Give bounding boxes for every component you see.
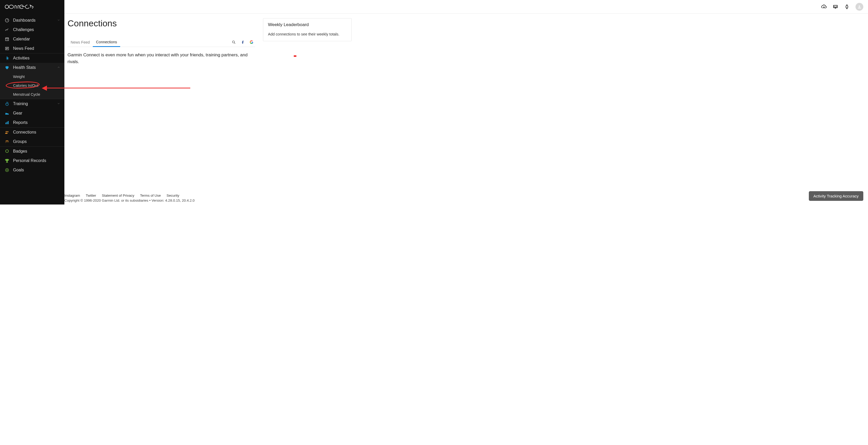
sidebar-label: Calories In/Out <box>13 84 38 88</box>
annotation-marker <box>294 55 297 57</box>
svg-point-0 <box>5 5 9 9</box>
inbox-icon[interactable] <box>833 4 838 10</box>
sidebar-item-connections[interactable]: Connections <box>0 127 64 137</box>
chevron-down-icon <box>57 18 60 23</box>
page-description: Garmin Connect is even more fun when you… <box>67 47 255 65</box>
sidebar-label: Activities <box>13 56 29 61</box>
sidebar-subitem-weight[interactable]: Weight <box>0 72 64 81</box>
sidebar-item-goals[interactable]: Goals <box>0 166 64 175</box>
sidebar-label: Reports <box>13 120 28 125</box>
chevron-down-icon <box>57 101 60 106</box>
sidebar-label: Connections <box>13 130 36 135</box>
sidebar-item-newsfeed[interactable]: News Feed <box>0 44 64 53</box>
footer-link-twitter[interactable]: Twitter <box>86 194 96 198</box>
topbar <box>64 0 868 13</box>
upload-cloud-icon[interactable] <box>821 4 827 10</box>
badge-icon <box>4 149 10 154</box>
footer-link-privacy[interactable]: Statement of Privacy <box>102 194 134 198</box>
sidebar-subitem-menstrual[interactable]: Menstrual Cycle <box>0 90 64 99</box>
leaderboard-title: Weekly Leaderboard <box>268 22 347 27</box>
svg-point-13 <box>6 140 7 141</box>
news-icon <box>4 46 10 51</box>
sidebar-label: Badges <box>13 149 27 154</box>
svg-rect-18 <box>846 5 848 8</box>
svg-point-14 <box>7 141 9 142</box>
svg-text:31: 31 <box>6 39 8 40</box>
stopwatch-icon <box>4 101 10 106</box>
brand-logo[interactable] <box>0 0 64 16</box>
sidebar: Dashboards Challenges 31 Calendar News F… <box>0 0 64 205</box>
svg-rect-8 <box>7 122 7 124</box>
svg-point-19 <box>859 5 860 7</box>
footer: Instagram Twitter Statement of Privacy T… <box>64 191 868 205</box>
page-title: Connections <box>67 18 255 28</box>
watch-icon[interactable] <box>844 4 850 10</box>
sidebar-item-groups[interactable]: Groups <box>0 137 64 146</box>
tab-connections[interactable]: Connections <box>93 38 120 47</box>
sidebar-item-challenges[interactable]: Challenges <box>0 25 64 34</box>
sidebar-label: Health Stats <box>13 65 36 70</box>
bar-chart-icon <box>4 120 10 125</box>
tab-newsfeed[interactable]: News Feed <box>67 38 93 47</box>
sidebar-label: Personal Records <box>13 158 46 163</box>
shoe-icon <box>4 111 10 116</box>
sidebar-label: Calendar <box>13 37 30 41</box>
svg-marker-15 <box>6 149 9 153</box>
sidebar-label: Challenges <box>13 27 34 32</box>
sidebar-label: Menstrual Cycle <box>13 92 40 96</box>
sidebar-label: News Feed <box>13 46 34 51</box>
avatar[interactable] <box>856 3 863 11</box>
svg-point-20 <box>232 41 235 43</box>
svg-point-10 <box>6 131 7 132</box>
content: Connections News Feed Connections Garmin… <box>64 13 868 205</box>
sidebar-label: Gear <box>13 111 23 116</box>
sidebar-subitem-calories[interactable]: Calories In/Out <box>0 81 64 90</box>
sidebar-item-activities[interactable]: Activities <box>0 54 64 63</box>
chevron-up-icon <box>57 65 60 70</box>
facebook-icon[interactable] <box>241 40 245 44</box>
sidebar-item-dashboards[interactable]: Dashboards <box>0 16 64 25</box>
sidebar-label: Goals <box>13 168 24 172</box>
sidebar-label: Dashboards <box>13 18 35 23</box>
target-icon <box>4 168 10 172</box>
sidebar-item-gear[interactable]: Gear <box>0 109 64 118</box>
google-icon[interactable] <box>249 40 254 44</box>
sidebar-item-badges[interactable]: Badges <box>0 147 64 156</box>
sidebar-item-reports[interactable]: Reports <box>0 118 64 127</box>
search-icon[interactable] <box>232 40 236 44</box>
calendar-icon: 31 <box>4 37 10 41</box>
sidebar-label: Weight <box>13 75 25 79</box>
people-icon <box>4 130 10 135</box>
activity-tracking-accuracy-button[interactable]: Activity Tracking Accuracy <box>809 191 863 201</box>
footer-link-terms[interactable]: Terms of Use <box>140 194 161 198</box>
footer-link-security[interactable]: Security <box>166 194 179 198</box>
sidebar-label: Training <box>13 101 28 106</box>
sidebar-label: Groups <box>13 139 27 144</box>
svg-point-17 <box>7 170 7 171</box>
leaderboard-panel: Weekly Leaderboard Add connections to se… <box>263 18 352 41</box>
leaderboard-body: Add connections to see their weekly tota… <box>268 32 347 36</box>
svg-point-12 <box>5 141 6 142</box>
sidebar-item-calendar[interactable]: 31 Calendar <box>0 34 64 44</box>
person-icon <box>4 56 10 61</box>
footer-copyright: Copyright © 1996-2020 Garmin Ltd. or its… <box>64 199 868 202</box>
sidebar-item-training[interactable]: Training <box>0 99 64 109</box>
svg-point-11 <box>7 131 9 132</box>
svg-rect-9 <box>8 121 9 124</box>
sidebar-item-personalrecords[interactable]: Personal Records <box>0 156 64 166</box>
sidebar-item-healthstats[interactable]: Health Stats <box>0 63 64 72</box>
chart-line-icon <box>4 27 10 32</box>
svg-point-5 <box>7 56 7 57</box>
trophy-icon <box>4 158 10 163</box>
svg-rect-7 <box>5 123 6 124</box>
heart-icon <box>4 65 10 70</box>
tabs: News Feed Connections <box>67 38 255 47</box>
footer-link-instagram[interactable]: Instagram <box>64 194 80 198</box>
main: Connections News Feed Connections Garmin… <box>64 0 868 205</box>
group-icon <box>4 139 10 144</box>
dashboard-icon <box>4 18 10 23</box>
